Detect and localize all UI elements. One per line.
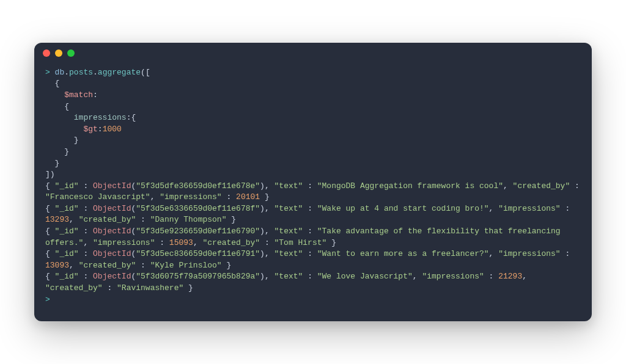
close-icon[interactable] [43, 49, 50, 57]
titlebar [34, 43, 592, 64]
command-line: > db.posts.aggregate([ [45, 67, 581, 79]
terminal-window: > db.posts.aggregate([ { $match: { impre… [34, 43, 592, 321]
result-doc: { "_id" : ObjectId("5f3d6075f79a5097965b… [45, 271, 581, 294]
prompt-line: > [45, 294, 581, 306]
zoom-icon[interactable] [67, 49, 75, 57]
result-doc: { "_id" : ObjectId("5f3d5e9236659d0ef11e… [45, 226, 581, 249]
result-doc: { "_id" : ObjectId("5f3d5ec836659d0ef11e… [45, 249, 581, 271]
result-doc: { "_id" : ObjectId("5f3d5e6336659d0ef11e… [45, 203, 581, 226]
minimize-icon[interactable] [55, 49, 62, 57]
terminal-body: > db.posts.aggregate([ { $match: { impre… [34, 64, 592, 321]
result-doc: { "_id" : ObjectId("5f3d5dfe36659d0ef11e… [45, 181, 581, 203]
